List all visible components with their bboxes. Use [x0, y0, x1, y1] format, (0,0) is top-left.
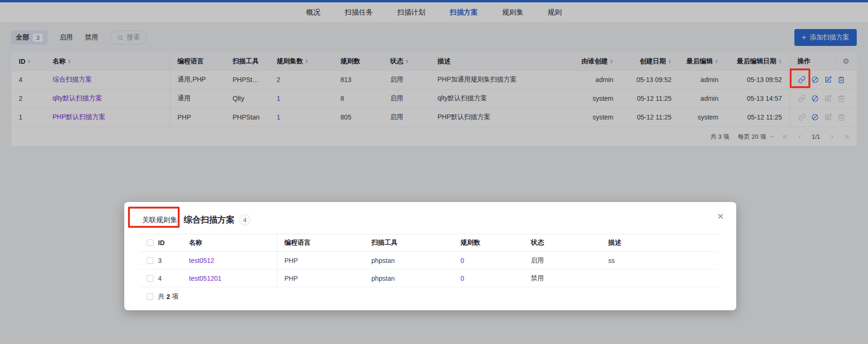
col-rule-count: 规则数: [453, 234, 523, 252]
table-row: 3 test0512 PHP phpstan 0 启用 ss: [139, 252, 717, 269]
ruleset-table: ID 名称 编程语言 扫描工具 规则数 状态 描述 3 test0512 PHP…: [139, 234, 717, 287]
close-icon[interactable]: ✕: [717, 212, 724, 221]
select-all-checkbox[interactable]: [147, 239, 153, 246]
col-tool: 扫描工具: [364, 234, 453, 252]
rule-count-link[interactable]: 0: [460, 275, 464, 282]
cell-id: 3: [158, 257, 162, 264]
rule-count-link[interactable]: 0: [460, 257, 464, 264]
cell-language: PHP: [277, 269, 364, 287]
cell-status: 禁用: [523, 269, 601, 287]
cell-tool: phpstan: [364, 269, 453, 287]
ruleset-name-link[interactable]: test051201: [189, 275, 221, 282]
modal-header: 关联规则集 综合扫描方案 4: [140, 214, 721, 225]
cell-status: 启用: [523, 252, 601, 269]
col-name: 名称: [181, 234, 277, 252]
cell-description: ss: [601, 252, 717, 269]
row-checkbox[interactable]: [147, 257, 153, 264]
modal-title: 综合扫描方案: [184, 214, 234, 225]
linked-rulesets-modal: ✕ 关联规则集 综合扫描方案 4 ID 名称 编程语言 扫描工具 规则数 状态 …: [124, 202, 736, 310]
modal-total-suffix: 项: [172, 292, 179, 301]
annotation-box-modal-tag: [128, 207, 180, 228]
col-language: 编程语言: [277, 234, 364, 252]
col-status: 状态: [523, 234, 601, 252]
modal-total-count: 2: [166, 293, 170, 300]
scheme-id-badge: 4: [239, 214, 250, 225]
row-checkbox[interactable]: [147, 275, 153, 282]
col-id: ID: [139, 234, 181, 252]
table-header-row: ID 名称 编程语言 扫描工具 规则数 状态 描述: [139, 234, 717, 252]
cell-language: PHP: [277, 252, 364, 269]
modal-footer: 共 2 项: [139, 287, 721, 306]
modal-total-prefix: 共: [158, 292, 165, 301]
cell-tool: phpstan: [364, 252, 453, 269]
annotation-box-link-icon: [790, 68, 810, 88]
col-description: 描述: [601, 234, 717, 252]
cell-description: [601, 269, 717, 287]
ruleset-name-link[interactable]: test0512: [189, 257, 214, 264]
footer-checkbox[interactable]: [147, 293, 153, 300]
cell-id: 4: [158, 275, 162, 282]
table-row: 4 test051201 PHP phpstan 0 禁用: [139, 269, 717, 287]
